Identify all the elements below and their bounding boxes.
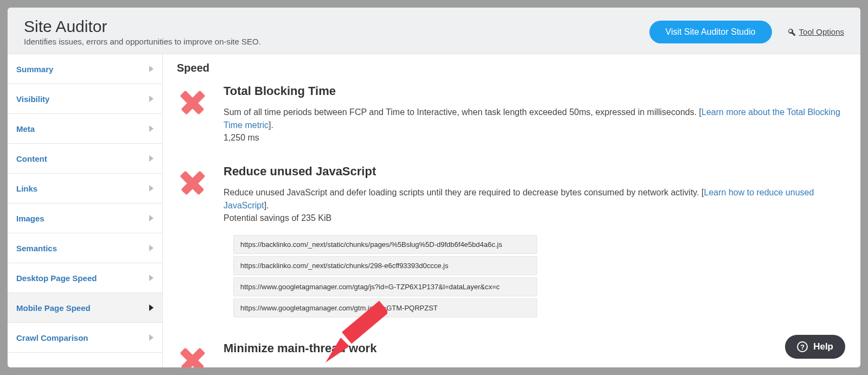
- app-window: Site Auditor Identifies issues, errors a…: [8, 8, 860, 367]
- sidebar-item-semantics[interactable]: Semantics: [8, 233, 162, 263]
- chevron-right-icon: [149, 304, 154, 311]
- section-title: Speed: [177, 62, 844, 74]
- issue-description: Sum of all time periods between FCP and …: [224, 106, 844, 132]
- help-button[interactable]: ? Help: [785, 335, 845, 359]
- chevron-right-icon: [149, 245, 154, 251]
- sidebar-item-label: Semantics: [16, 244, 57, 253]
- issue-title: Total Blocking Time: [224, 84, 844, 98]
- sidebar-item-summary[interactable]: Summary: [8, 54, 162, 84]
- page-subtitle: Identifies issues, errors and opportunit…: [24, 37, 261, 46]
- sidebar-item-label: Mobile Page Speed: [16, 303, 91, 313]
- sidebar-item-label: Crawl Comparison: [16, 333, 88, 342]
- chevron-right-icon: [149, 155, 154, 162]
- body: SummaryVisibilityMetaContentLinksImagesS…: [8, 54, 860, 367]
- issue-title: Minimize main-thread work: [224, 341, 844, 355]
- issue-description: Reduce unused JavaScript and defer loadi…: [224, 186, 844, 212]
- tool-options-label: Tool Options: [799, 27, 844, 36]
- sidebar-item-crawl-comparison[interactable]: Crawl Comparison: [8, 323, 162, 353]
- issue-value: Potential savings of 235 KiB: [224, 213, 844, 223]
- issue-title: Reduce unused JavaScript: [224, 164, 844, 179]
- help-icon: ?: [797, 341, 808, 352]
- sidebar-item-label: Images: [16, 214, 44, 223]
- sidebar-item-label: Desktop Page Speed: [16, 274, 97, 283]
- wrench-icon: [787, 28, 796, 36]
- chevron-right-icon: [149, 334, 154, 341]
- issue-url-row: https://backlinko.com/_next/static/chunk…: [233, 235, 537, 254]
- chevron-right-icon: [149, 66, 154, 72]
- page-title: Site Auditor: [24, 17, 261, 36]
- sidebar: SummaryVisibilityMetaContentLinksImagesS…: [8, 54, 163, 367]
- sidebar-item-label: Summary: [16, 65, 53, 74]
- issue-row: Total Blocking TimeSum of all time perio…: [177, 84, 844, 143]
- chevron-right-icon: [149, 185, 154, 192]
- issue-url-list: https://backlinko.com/_next/static/chunk…: [233, 235, 537, 317]
- sidebar-item-mobile-page-speed[interactable]: Mobile Page Speed: [8, 293, 162, 323]
- issue-status-col: [177, 341, 209, 367]
- sidebar-item-label: Meta: [16, 124, 35, 134]
- sidebar-item-images[interactable]: Images: [8, 204, 162, 233]
- chevron-right-icon: [149, 96, 154, 102]
- issue-body: Total Blocking TimeSum of all time perio…: [224, 84, 844, 143]
- sidebar-item-label: Links: [16, 184, 37, 193]
- issue-status-col: [177, 84, 209, 143]
- issue-status-col: [177, 164, 209, 320]
- sidebar-item-label: Content: [16, 154, 47, 163]
- sidebar-item-label: Visibility: [16, 94, 49, 104]
- issue-row: Minimize main-thread work: [177, 341, 844, 367]
- help-label: Help: [813, 341, 833, 352]
- sidebar-item-meta[interactable]: Meta: [8, 114, 162, 144]
- issue-url-row: https://www.googletagmanager.com/gtag/js…: [233, 277, 537, 296]
- visit-studio-button[interactable]: Visit Site Auditor Studio: [649, 21, 772, 43]
- main-content: Speed Total Blocking TimeSum of all time…: [163, 54, 860, 367]
- chevron-right-icon: [149, 125, 154, 132]
- issue-row: Reduce unused JavaScriptReduce unused Ja…: [177, 164, 844, 320]
- fail-x-icon: [177, 344, 208, 367]
- chevron-right-icon: [149, 275, 154, 281]
- sidebar-item-content[interactable]: Content: [8, 144, 162, 174]
- header-right: Visit Site Auditor Studio Tool Options: [649, 21, 844, 43]
- issue-url-row: https://backlinko.com/_next/static/chunk…: [233, 256, 537, 275]
- fail-x-icon: [177, 167, 208, 198]
- tool-options-link[interactable]: Tool Options: [787, 27, 844, 36]
- issue-url-row: https://www.googletagmanager.com/gtm.js?…: [233, 298, 537, 317]
- sidebar-item-desktop-page-speed[interactable]: Desktop Page Speed: [8, 263, 162, 293]
- page-header: Site Auditor Identifies issues, errors a…: [8, 8, 860, 54]
- issue-body: Reduce unused JavaScriptReduce unused Ja…: [224, 164, 844, 320]
- sidebar-item-links[interactable]: Links: [8, 174, 162, 204]
- sidebar-item-visibility[interactable]: Visibility: [8, 84, 162, 114]
- chevron-right-icon: [149, 215, 154, 221]
- fail-x-icon: [177, 86, 208, 118]
- issue-value: 1,250 ms: [224, 133, 844, 143]
- header-left: Site Auditor Identifies issues, errors a…: [24, 17, 261, 46]
- issue-body: Minimize main-thread work: [224, 341, 844, 367]
